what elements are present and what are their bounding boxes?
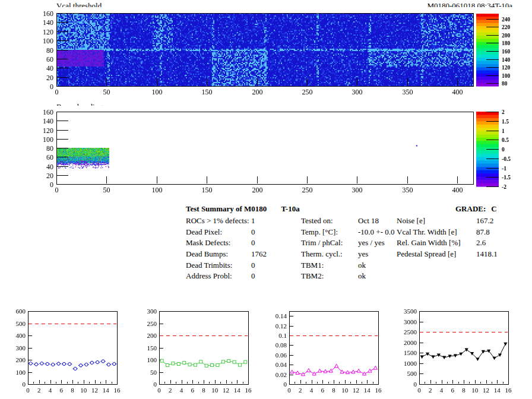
summary-row: Address Probl:0: [186, 271, 267, 283]
summary-col-testinfo: Tested on:Oct 18Temp. [°C]:-10.0 +- 0.0T…: [301, 216, 395, 283]
summary-field-label: Temp. [°C]:: [301, 227, 358, 237]
summary-row: Trim / phCal:yes / yes: [301, 238, 395, 249]
summary-field-label: Dead Trimbits:: [186, 261, 251, 270]
summary-field-label: Rel. Gain Width [%]: [397, 238, 476, 248]
grade-label: GRADE:: [455, 204, 486, 213]
summary-col-defects: ROCs > 1% defects:1Dead Pixel:0Mask Defe…: [186, 216, 267, 283]
summary-field-value: 0: [251, 271, 255, 280]
vcal-threshold-heatmap: [33, 7, 522, 96]
grade-value: C: [491, 204, 496, 213]
grade-line: GRADE:C: [455, 204, 497, 214]
summary-title: Test Summary of M0180T-10a: [186, 204, 300, 214]
summary-field-value: 1762: [251, 249, 267, 258]
summary-row: Dead Bumps:1762: [186, 249, 267, 261]
summary-field-label: Tested on:: [301, 216, 358, 226]
summary-field-value: yes: [358, 249, 368, 258]
summary-field-label: Dead Bumps:: [186, 249, 251, 259]
summary-field-label: Address Probl:: [186, 271, 251, 281]
summary-field-value: 167.2: [476, 216, 493, 225]
summary-title-text: Test Summary of M0180: [186, 204, 267, 213]
summary-field-value: yes / yes: [358, 238, 385, 247]
summary-field-label: Dead Pixel:: [186, 227, 251, 237]
pedestal-spread-plot: [392, 300, 520, 398]
summary-row: Rel. Gain Width [%]2.6: [397, 238, 498, 249]
summary-row: Pedestal Spread [e]1418.1: [397, 249, 498, 261]
summary-row: Vcal Thr. Width [e]87.8: [397, 227, 498, 239]
summary-field-value: 0: [251, 238, 255, 247]
summary-row: Dead Pixel:0: [186, 227, 267, 239]
summary-field-value: Oct 18: [358, 216, 379, 225]
summary-field-label: ROCs > 1% defects:: [186, 216, 251, 226]
summary-field-value: ok: [358, 261, 366, 270]
rel-gain-width-plot: [262, 300, 390, 398]
summary-col-results: Noise [e]167.2Vcal Thr. Width [e]87.8Rel…: [397, 216, 498, 261]
noise-plot: [1, 300, 129, 398]
summary-field-value: 87.8: [476, 227, 490, 236]
summary-row: Temp. [°C]:-10.0 +- 0.0: [301, 227, 395, 239]
summary-row: ROCs > 1% defects:1: [186, 216, 267, 227]
summary-field-value: 1: [251, 216, 255, 225]
summary-field-label: Therm. cycl.:: [301, 249, 358, 259]
summary-row: Mask Defects:0: [186, 238, 267, 249]
summary-field-value: 0: [251, 227, 255, 236]
summary-field-label: Pedestal Spread [e]: [397, 249, 476, 259]
summary-field-value: 0: [251, 261, 255, 270]
summary-row: TBM2:ok: [301, 271, 395, 283]
test-report-page: Vcal threshold M0180-061018.08:34T-10a B…: [0, 0, 532, 399]
vcal-thr-width-plot: [132, 300, 260, 398]
summary-field-label: Vcal Thr. Width [e]: [397, 227, 476, 237]
summary-field-value: 1418.1: [476, 249, 498, 258]
summary-field-value: -10.0 +- 0.0: [358, 227, 395, 236]
summary-row: Noise [e]167.2: [397, 216, 498, 227]
summary-field-label: TBM2:: [301, 271, 358, 281]
bump-bonding-map: [33, 106, 522, 195]
summary-field-label: Trim / phCal:: [301, 238, 358, 248]
summary-row: Tested on:Oct 18: [301, 216, 395, 227]
summary-field-label: TBM1:: [301, 261, 358, 270]
summary-field-label: Mask Defects:: [186, 238, 251, 248]
summary-module: T-10a: [281, 204, 299, 213]
summary-field-value: 2.6: [476, 238, 486, 247]
summary-row: TBM1:ok: [301, 261, 395, 272]
summary-field-value: ok: [358, 271, 366, 280]
summary-row: Dead Trimbits:0: [186, 261, 267, 272]
summary-row: Therm. cycl.:yes: [301, 249, 395, 261]
summary-field-label: Noise [e]: [397, 216, 476, 226]
